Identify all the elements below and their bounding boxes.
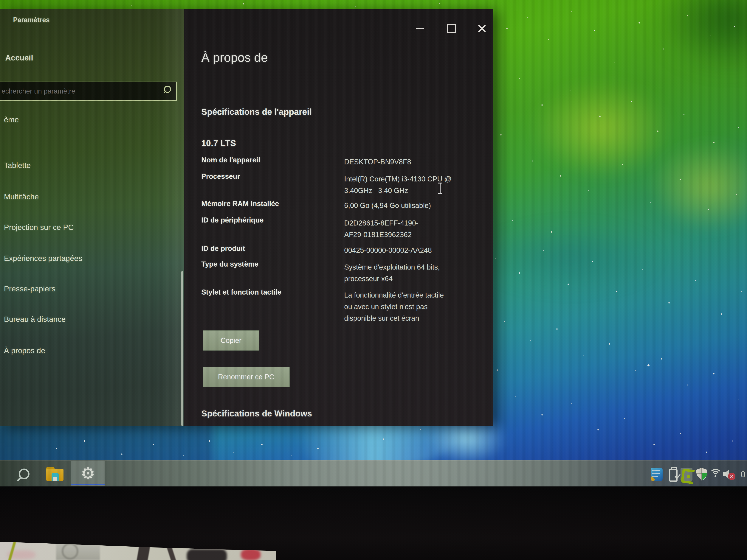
- sidebar-item-systeme[interactable]: ème: [4, 115, 19, 124]
- sidebar-item-a-propos[interactable]: À propos de: [4, 346, 45, 355]
- desk-dark-object: [187, 549, 227, 560]
- settings-search-box[interactable]: [0, 82, 177, 101]
- taskbar-search-icon[interactable]: [17, 469, 30, 482]
- sidebar-item-home[interactable]: Accueil: [5, 53, 33, 62]
- spec-value-system-type: Système d'exploitation 64 bits, processe…: [344, 261, 475, 285]
- spec-value-device-id: D2D28615-8EFF-4190- AF29-0181E3962362: [344, 217, 475, 240]
- page-title: À propos de: [201, 50, 268, 64]
- volume-muted-icon[interactable]: ✕: [723, 468, 735, 481]
- text-cursor-ibeam: [438, 183, 442, 194]
- monitor-screen: Paramètres Accueil ème Tablette Multitâc…: [0, 0, 747, 486]
- desk-swirl-detail: [61, 543, 78, 560]
- spec-label-ram: Mémoire RAM installée: [201, 200, 279, 208]
- sidebar-item-multitache[interactable]: Multitâche: [4, 192, 39, 201]
- tray-app-icon-green[interactable]: [680, 468, 693, 481]
- device-specs-heading: Spécifications de l'appareil: [201, 107, 312, 117]
- settings-sidebar: Paramètres Accueil ème Tablette Multitâc…: [0, 9, 184, 426]
- minimize-button[interactable]: [409, 20, 431, 37]
- windows-defender-icon[interactable]: ✓: [696, 468, 708, 481]
- spec-value-pen-touch: La fonctionnalité d'entrée tactile ou av…: [344, 289, 475, 324]
- windows-specs-heading: Spécifications de Windows: [201, 408, 312, 419]
- wifi-icon[interactable]: [709, 469, 720, 479]
- spec-label-pen-touch: Stylet et fonction tactile: [201, 288, 281, 296]
- spec-value-device-name: DESKTOP-BN9V8F8: [344, 156, 475, 168]
- settings-app-taskbar-button[interactable]: ⚙: [71, 461, 105, 486]
- usb-safely-remove-icon[interactable]: [667, 468, 679, 481]
- spec-value-product-id: 00425-00000-00002-AA248: [344, 244, 475, 256]
- wallpaper-navy-shade: [0, 422, 213, 467]
- desk-red-object: [241, 549, 260, 560]
- taskbar-clock-partial[interactable]: 0: [741, 469, 746, 479]
- gear-icon: ⚙: [71, 461, 105, 486]
- photo-of-monitor: Paramètres Accueil ème Tablette Multitâc…: [0, 0, 747, 560]
- wallpaper-lime-patch: [532, 80, 670, 177]
- spec-label-product-id: ID de produit: [201, 244, 245, 252]
- spec-label-device-name: Nom de l'appareil: [201, 156, 260, 164]
- app-title: Paramètres: [13, 16, 50, 24]
- settings-window: Paramètres Accueil ème Tablette Multitâc…: [0, 9, 493, 426]
- sidebar-item-presse-papiers[interactable]: Presse-papiers: [4, 285, 55, 293]
- taskbar: ⚙ ✓ ✕ 0: [0, 460, 747, 486]
- sidebar-item-projection[interactable]: Projection sur ce PC: [4, 223, 74, 232]
- sidebar-scrollbar[interactable]: [181, 271, 183, 426]
- edition-label: 10.7 LTS: [201, 138, 236, 148]
- search-icon[interactable]: [163, 86, 171, 93]
- sidebar-item-tablette[interactable]: Tablette: [4, 161, 31, 170]
- wallpaper-teal-wisp: [478, 224, 661, 291]
- file-explorer-icon[interactable]: [46, 467, 63, 481]
- close-icon: [477, 24, 486, 33]
- wallpaper-lime-patch: [650, 142, 747, 232]
- wallpaper-stars: [0, 0, 1, 1]
- spec-label-device-id: ID de périphérique: [201, 216, 264, 224]
- maximize-button[interactable]: [440, 20, 463, 37]
- spec-label-processor: Processeur: [201, 172, 240, 181]
- rename-pc-button[interactable]: Renommer ce PC: [203, 367, 290, 387]
- active-app-indicator: [71, 484, 105, 485]
- mute-x-icon: ✕: [728, 473, 736, 480]
- tray-app-icon-blue[interactable]: [651, 468, 663, 481]
- copy-button[interactable]: Copier: [203, 330, 259, 351]
- wallpaper-dark-corner: [654, 0, 747, 71]
- sidebar-item-experiences[interactable]: Expériences partagées: [4, 254, 82, 263]
- minimize-icon: [416, 28, 424, 29]
- close-button[interactable]: [471, 20, 493, 37]
- spec-value-processor: Intel(R) Core(TM) i3-4130 CPU @ 3.40GHz …: [344, 173, 475, 196]
- settings-main-pane: À propos de Spécifications de l'appareil…: [184, 9, 493, 426]
- spec-value-ram: 6,00 Go (4,94 Go utilisable): [344, 200, 475, 211]
- sidebar-item-bureau-distance[interactable]: Bureau à distance: [4, 315, 66, 324]
- search-input[interactable]: [0, 87, 176, 96]
- maximize-icon: [447, 24, 456, 33]
- spec-label-system-type: Type du système: [201, 260, 258, 268]
